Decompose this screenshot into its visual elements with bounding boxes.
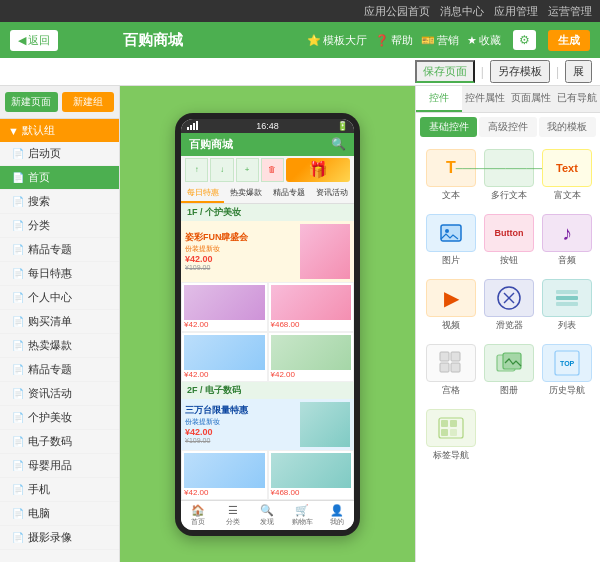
app-park-link[interactable]: 应用公园首页 — [364, 4, 430, 19]
page-icon: 📄 — [12, 340, 24, 352]
product-item[interactable]: ¥468.00 — [268, 282, 355, 332]
tab-widget[interactable]: 控件 — [416, 86, 462, 112]
component-video[interactable]: ▶ 视频 — [424, 275, 478, 336]
phone-tab-featured[interactable]: 精品专题 — [268, 184, 311, 203]
home-icon: 🏠 — [181, 504, 216, 517]
sidebar-item-phone[interactable]: 📄 手机 — [0, 478, 119, 502]
component-richtext[interactable]: Text 富文本 — [540, 145, 594, 206]
phone-preview-area: 16:48 🔋 百购商城 🔍 ↑ ↓ + 🗑 🎁 — [120, 86, 415, 562]
right-panel-main-tabs: 控件 控件属性 页面属性 已有导航 — [416, 86, 600, 113]
sidebar-item-daily[interactable]: 📄 每日特惠 — [0, 262, 119, 286]
subtab-mytemplate[interactable]: 我的模板 — [539, 117, 596, 137]
tab-nav[interactable]: 已有导航 — [554, 86, 600, 112]
tab-page-props[interactable]: 页面属性 — [508, 86, 554, 112]
subtab-advanced[interactable]: 高级控件 — [479, 117, 536, 137]
product-item[interactable]: ¥42.00 — [181, 450, 268, 500]
phone-tab-hot[interactable]: 热卖爆款 — [224, 184, 267, 203]
button-comp-icon: Button — [484, 214, 534, 252]
expand-tab[interactable]: 展 — [565, 60, 592, 83]
phone-bottom-nav: 🏠 首页 ☰ 分类 🔍 发现 🛒 购物车 — [181, 500, 354, 530]
sidebar: 新建页面 新建组 ▼ 默认组 📄 启动页 📄 首页 📄 搜索 📄 分类 📄 精品… — [0, 86, 120, 562]
sidebar-item-beauty[interactable]: 📄 个护美妆 — [0, 406, 119, 430]
nav-home[interactable]: 🏠 首页 — [181, 501, 216, 530]
sidebar-item-computer[interactable]: 📄 电脑 — [0, 502, 119, 526]
generate-button[interactable]: 生成 — [548, 30, 590, 51]
image-comp-label: 图片 — [442, 254, 460, 267]
sidebar-header: 新建页面 新建组 — [0, 86, 119, 119]
favorite-link[interactable]: ★ 收藏 — [467, 33, 501, 48]
top-bar: 应用公园首页 消息中心 应用管理 运营管理 — [0, 0, 600, 22]
component-carousel[interactable]: 滑览器 — [482, 275, 536, 336]
phone-tab-daily[interactable]: 每日特惠 — [181, 184, 224, 203]
new-page-button[interactable]: 新建页面 — [5, 92, 58, 112]
sidebar-item-home[interactable]: 📄 首页 — [0, 166, 119, 190]
richtext-comp-label: 富文本 — [554, 189, 581, 202]
sidebar-item-baby[interactable]: 📄 母婴用品 — [0, 454, 119, 478]
component-multitext[interactable]: ─────────────── 多行文本 — [482, 145, 536, 206]
subtab-basic[interactable]: 基础控件 — [420, 117, 477, 137]
banner-delete-btn[interactable]: 🗑 — [261, 158, 284, 182]
component-tag-nav[interactable]: 标签导航 — [424, 405, 478, 466]
component-album[interactable]: 图册 — [482, 340, 536, 401]
component-history-nav[interactable]: TOP 历史导航 — [540, 340, 594, 401]
electronics-promo: 三万台限量特惠 份装提新妆 ¥42.00 ¥109.00 — [181, 399, 354, 450]
nav-category[interactable]: ☰ 分类 — [216, 501, 251, 530]
product-item[interactable]: ¥42.00 — [181, 332, 268, 382]
help-link[interactable]: ❓ 帮助 — [375, 33, 413, 48]
save-page-tab[interactable]: 保存页面 — [415, 60, 475, 83]
svg-rect-8 — [440, 352, 449, 361]
sidebar-item-premium[interactable]: 📄 精品专题 — [0, 358, 119, 382]
component-grid: T 文本 ─────────────── 多行文本 Text 富文本 — [420, 141, 596, 470]
banner-up-btn[interactable]: ↑ — [185, 158, 208, 182]
banner-add-btn[interactable]: + — [236, 158, 259, 182]
banner-down-btn[interactable]: ↓ — [210, 158, 233, 182]
main-layout: 新建页面 新建组 ▼ 默认组 📄 启动页 📄 首页 📄 搜索 📄 分类 📄 精品… — [0, 86, 600, 562]
nav-mine[interactable]: 👤 我的 — [319, 501, 354, 530]
marketing-link[interactable]: 🎫 营销 — [421, 33, 459, 48]
phone-tab-news[interactable]: 资讯活动 — [311, 184, 354, 203]
nav-cart[interactable]: 🛒 购物车 — [285, 501, 320, 530]
nav-discover[interactable]: 🔍 发现 — [250, 501, 285, 530]
product-item[interactable]: ¥42.00 — [181, 282, 268, 332]
phone-screen: 16:48 🔋 百购商城 🔍 ↑ ↓ + 🗑 🎁 — [181, 119, 354, 530]
sidebar-item-news[interactable]: 📄 资讯活动 — [0, 382, 119, 406]
product-price: ¥468.00 — [271, 320, 352, 329]
tab-widget-props[interactable]: 控件属性 — [462, 86, 508, 112]
promo-orig-1: ¥109.00 — [185, 264, 297, 271]
phone-time: 16:48 — [256, 121, 279, 131]
product-item[interactable]: ¥42.00 — [268, 332, 355, 382]
sidebar-item-category[interactable]: 📄 分类 — [0, 214, 119, 238]
sidebar-item-electronics[interactable]: 📄 电子数码 — [0, 430, 119, 454]
settings-button[interactable]: ⚙ — [513, 30, 536, 50]
component-grid-widget[interactable]: 宫格 — [424, 340, 478, 401]
product-price: ¥42.00 — [271, 370, 352, 379]
component-image[interactable]: 图片 — [424, 210, 478, 271]
phone-app-title: 百购商城 — [189, 137, 233, 152]
new-group-button[interactable]: 新建组 — [62, 92, 115, 112]
app-manage-link[interactable]: 应用管理 — [494, 4, 538, 19]
sidebar-item-camera[interactable]: 📄 摄影录像 — [0, 526, 119, 550]
page-icon: 📄 — [12, 388, 24, 400]
save-template-tab[interactable]: 另存模板 — [490, 60, 550, 83]
grid-comp-label: 宫格 — [442, 384, 460, 397]
sidebar-item-startup[interactable]: 📄 启动页 — [0, 142, 119, 166]
product-item[interactable]: ¥468.00 — [268, 450, 355, 500]
message-center-link[interactable]: 消息中心 — [440, 4, 484, 19]
sidebar-item-search[interactable]: 📄 搜索 — [0, 190, 119, 214]
template-hall-link[interactable]: ⭐ 模板大厅 — [307, 33, 367, 48]
sidebar-item-hot[interactable]: 📄 热卖爆款 — [0, 334, 119, 358]
sidebar-item-personal[interactable]: 📄 个人中心 — [0, 286, 119, 310]
sidebar-default-group[interactable]: ▼ 默认组 — [0, 119, 119, 142]
component-text[interactable]: T 文本 — [424, 145, 478, 206]
ops-manage-link[interactable]: 运营管理 — [548, 4, 592, 19]
section-beauty-header: 1F / 个护美妆 — [181, 204, 354, 221]
svg-rect-20 — [450, 429, 457, 436]
sidebar-item-featured[interactable]: 📄 精品专题 — [0, 238, 119, 262]
battery-icon: 🔋 — [337, 121, 348, 131]
component-button[interactable]: Button 按钮 — [482, 210, 536, 271]
component-list[interactable]: 列表 — [540, 275, 594, 336]
sidebar-item-cart[interactable]: 📄 购买清单 — [0, 310, 119, 334]
beauty-promo: 姿彩FUN肆盛会 份装提新妆 ¥42.00 ¥109.00 — [181, 221, 354, 282]
component-audio[interactable]: ♪ 音频 — [540, 210, 594, 271]
right-panel: 控件 控件属性 页面属性 已有导航 基础控件 高级控件 我的模板 T 文本 ─ — [415, 86, 600, 562]
